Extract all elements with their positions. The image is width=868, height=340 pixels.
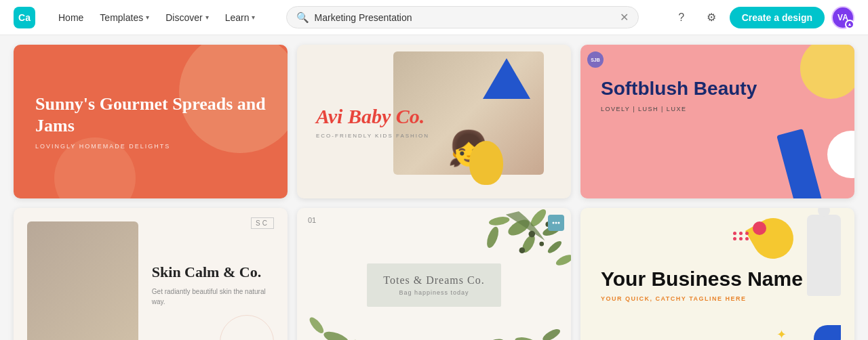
canva-logo[interactable]: Ca [14, 7, 35, 28]
search-bar: 🔍 ✕ [286, 6, 639, 28]
svg-point-4 [488, 215, 510, 227]
nav-templates[interactable]: Templates ▾ [93, 8, 156, 27]
deco-bar-blue [776, 129, 824, 198]
card-3-subtitle: LOVELY | LUSH | LUXE [601, 106, 834, 112]
card-4-subtitle: Get radiantly beautiful skin the natural… [152, 286, 274, 307]
svg-point-29 [558, 222, 560, 224]
svg-point-17 [480, 337, 505, 340]
svg-point-8 [519, 248, 526, 254]
card-2-title: Avi Baby Co. [316, 105, 429, 127]
help-button[interactable]: ? [670, 6, 693, 29]
card-3-badge: SJB [587, 51, 604, 68]
templates-chevron-icon: ▾ [146, 14, 149, 21]
settings-button[interactable]: ⚙ [700, 6, 723, 29]
template-card-3[interactable]: SJB Softblush Beauty LOVELY | LUSH | LUX… [580, 45, 854, 198]
nav-learn[interactable]: Learn ▾ [218, 8, 262, 27]
clear-search-icon[interactable]: ✕ [620, 11, 629, 24]
template-card-4[interactable]: SC Skin Calm & Co. Get radiantly beautif… [14, 208, 288, 340]
deco-flower-shape [814, 325, 841, 341]
svg-point-28 [555, 222, 557, 224]
card-4-deco-circle [220, 315, 274, 341]
template-card-5[interactable]: 01 Totes & Dreams Co. Bag happiness toda… [297, 208, 571, 340]
card-6-title: Your Business Name [601, 268, 834, 290]
avatar[interactable]: VA ▲ [831, 6, 854, 29]
deco-yellow-shape [745, 211, 801, 266]
card-5-badge [548, 215, 564, 231]
svg-point-19 [307, 316, 326, 336]
template-card-6[interactable]: ✦ Your Business Name YOUR QUICK, CATCHY … [580, 208, 854, 340]
card-4-logo: SC [251, 217, 274, 229]
navbar: Ca Home Templates ▾ Discover ▾ Learn ▾ 🔍… [0, 0, 868, 35]
learn-chevron-icon: ▾ [252, 14, 255, 21]
nav-home[interactable]: Home [52, 8, 90, 27]
svg-point-18 [515, 336, 536, 340]
card-4-photo [27, 221, 138, 340]
nav-links: Home Templates ▾ Discover ▾ Learn ▾ [52, 8, 262, 27]
svg-point-27 [553, 222, 555, 224]
template-grid: Sunny's Gourmet Spreads and Jams LOVINGL… [0, 35, 868, 340]
search-input[interactable] [315, 12, 614, 23]
svg-point-5 [546, 239, 563, 255]
template-card-1[interactable]: Sunny's Gourmet Spreads and Jams LOVINGL… [14, 45, 288, 198]
template-card-2[interactable]: Avi Baby Co. ECO-FRIENDLY KIDS FASHION 👧 [297, 45, 571, 198]
svg-point-6 [528, 231, 535, 238]
deco-circle-white [827, 131, 854, 178]
card-1-title: Sunny's Gourmet Spreads and Jams [35, 93, 266, 135]
svg-point-11 [555, 253, 571, 268]
nav-discover[interactable]: Discover ▾ [159, 8, 215, 27]
nav-right: ? ⚙ Create a design VA ▲ [670, 6, 854, 29]
svg-point-12 [322, 329, 350, 340]
svg-point-13 [351, 337, 374, 340]
card-5-title: Totes & Dreams Co. [383, 274, 484, 286]
pear-shape [469, 141, 503, 185]
card-6-subtitle: YOUR QUICK, CATCHY TAGLINE HERE [601, 295, 834, 302]
card-1-subtitle: LOVINGLY HOMEMADE DELIGHTS [35, 143, 266, 150]
svg-point-10 [485, 226, 501, 249]
avatar-badge: ▲ [845, 20, 854, 29]
deco-star: ✦ [776, 327, 787, 341]
triangle-shape [483, 58, 530, 99]
search-icon: 🔍 [296, 12, 309, 24]
card-4-title: Skin Calm & Co. [152, 263, 274, 281]
card-2-subtitle: ECO-FRIENDLY KIDS FASHION [316, 133, 429, 139]
card-5-subtitle: Bag happiness today [383, 289, 484, 296]
card-5-number: 01 [308, 216, 316, 224]
deco-dots [733, 232, 749, 240]
card-3-title: Softblush Beauty [601, 77, 834, 100]
svg-point-20 [541, 327, 562, 340]
card-5-text-block: Totes & Dreams Co. Bag happiness today [367, 263, 500, 307]
card-2-shapes [434, 45, 571, 198]
create-design-button[interactable]: Create a design [730, 7, 825, 28]
discover-chevron-icon: ▾ [205, 14, 209, 21]
svg-point-9 [539, 242, 544, 247]
